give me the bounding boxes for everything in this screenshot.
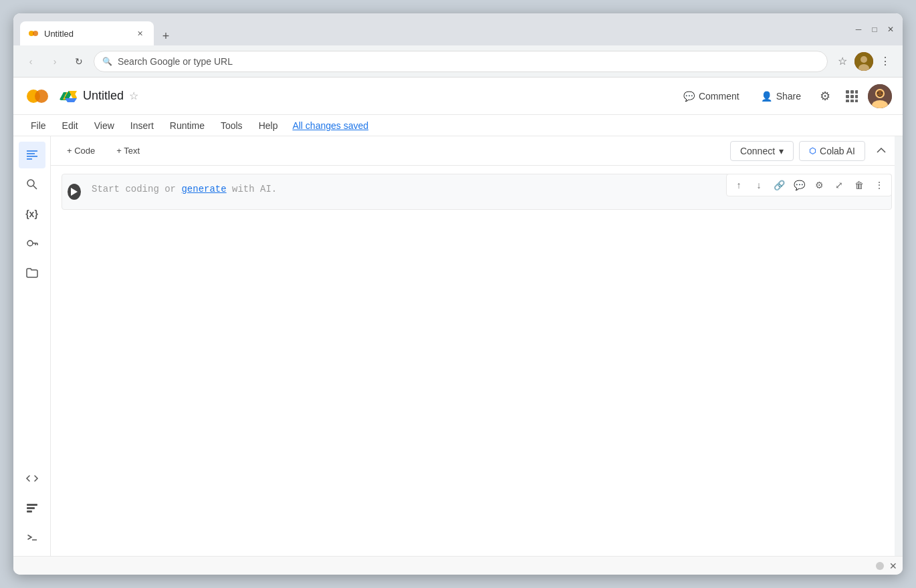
svg-rect-12 xyxy=(850,95,854,98)
sidebar-bottom xyxy=(19,465,45,551)
tab-strip: Untitled ✕ + xyxy=(20,13,849,45)
move-down-button[interactable]: ↓ xyxy=(750,176,768,194)
add-text-button[interactable]: + Text xyxy=(111,143,145,158)
svg-rect-15 xyxy=(850,100,854,102)
sidebar-files-button[interactable] xyxy=(19,259,45,286)
variables-icon: {x} xyxy=(25,208,38,219)
svg-point-27 xyxy=(27,180,34,186)
menu-help[interactable]: Help xyxy=(252,118,285,134)
add-code-button[interactable]: + Code xyxy=(62,143,100,158)
colab-ai-icon: ⬡ xyxy=(809,146,816,156)
close-button[interactable]: ✕ xyxy=(885,24,896,35)
svg-point-22 xyxy=(881,92,883,94)
delete-cell-button[interactable]: 🗑 xyxy=(850,176,869,194)
connect-label: Connect xyxy=(740,146,775,156)
menu-runtime[interactable]: Runtime xyxy=(163,118,211,134)
new-tab-button[interactable]: + xyxy=(156,27,175,45)
search-icon xyxy=(25,178,39,191)
key-icon xyxy=(25,237,39,250)
code-cell-container: ↑ ↓ 🔗 💬 ⚙ ⤢ 🗑 ⋮ xyxy=(51,166,903,218)
doc-title-area: Untitled ☆ xyxy=(59,89,667,103)
colab-logo xyxy=(24,83,51,110)
menu-view[interactable]: View xyxy=(88,118,121,134)
comment-cell-button[interactable]: 💬 xyxy=(790,176,808,194)
svg-rect-11 xyxy=(846,95,849,98)
more-options-button[interactable]: ⋮ xyxy=(870,176,889,194)
code-cell[interactable]: ↑ ↓ 🔗 💬 ⚙ ⤢ 🗑 ⋮ xyxy=(62,174,892,210)
hide-panel-button[interactable] xyxy=(871,140,892,162)
cell-toolbar: + Code + Text Connect ▾ ⬡ Colab AI xyxy=(51,136,903,166)
close-panel-button[interactable]: ✕ xyxy=(889,561,897,571)
command-icon xyxy=(25,501,39,514)
bookmark-button[interactable]: ☆ xyxy=(833,52,852,71)
svg-point-6 xyxy=(35,90,48,103)
colab-ai-button[interactable]: ⬡ Colab AI xyxy=(799,141,865,161)
share-icon: 👤 xyxy=(761,91,772,102)
code-icon xyxy=(25,472,39,485)
sidebar-toc-button[interactable] xyxy=(19,142,45,168)
scrollbar[interactable] xyxy=(895,136,903,556)
svg-rect-33 xyxy=(27,504,37,506)
svg-rect-35 xyxy=(27,510,32,512)
all-changes-saved-link[interactable]: All changes saved xyxy=(292,120,368,131)
address-text: Search Google or type URL xyxy=(118,56,233,67)
menu-file[interactable]: File xyxy=(24,118,53,134)
header-right: 💬 Comment 👤 Share ⚙ xyxy=(675,84,892,108)
cell-settings-button[interactable]: ⚙ xyxy=(810,176,828,194)
chrome-menu-button[interactable]: ⋮ xyxy=(876,52,895,71)
run-cell-button[interactable] xyxy=(62,174,86,209)
minimize-button[interactable]: ─ xyxy=(853,24,864,35)
document-title[interactable]: Untitled xyxy=(83,89,124,103)
menu-tools[interactable]: Tools xyxy=(214,118,249,134)
expand-cell-button[interactable]: ⤢ xyxy=(830,176,848,194)
menu-bar: File Edit View Insert Runtime Tools Help… xyxy=(13,115,903,136)
svg-point-1 xyxy=(33,31,38,36)
sidebar: {x} xyxy=(13,136,51,556)
generate-link[interactable]: generate xyxy=(181,184,226,194)
sidebar-top: {x} xyxy=(19,142,45,286)
bottom-bar: ✕ xyxy=(13,556,903,575)
maximize-button[interactable]: □ xyxy=(869,24,880,35)
sidebar-variables-button[interactable]: {x} xyxy=(19,200,45,227)
user-avatar-header[interactable] xyxy=(868,84,892,108)
sidebar-secrets-button[interactable] xyxy=(19,230,45,257)
menu-edit[interactable]: Edit xyxy=(55,118,85,134)
svg-point-20 xyxy=(877,90,883,97)
comment-icon: 💬 xyxy=(683,91,695,102)
folder-icon xyxy=(25,266,39,279)
tab-close-button[interactable]: ✕ xyxy=(134,27,146,39)
address-bar[interactable]: 🔍 Search Google or type URL xyxy=(94,51,828,72)
run-circle-icon xyxy=(68,184,81,200)
browser-window: Untitled ✕ + ─ □ ✕ ‹ › ↻ 🔍 Search Google… xyxy=(13,13,903,575)
svg-point-3 xyxy=(861,56,867,63)
star-button[interactable]: ☆ xyxy=(129,90,138,102)
svg-rect-10 xyxy=(855,90,858,94)
move-up-button[interactable]: ↑ xyxy=(729,176,748,194)
svg-line-28 xyxy=(33,186,37,189)
svg-rect-9 xyxy=(850,90,854,94)
sidebar-terminal-button[interactable] xyxy=(19,524,45,551)
cell-placeholder-start: Start coding or xyxy=(92,184,181,194)
comment-button[interactable]: 💬 Comment xyxy=(675,87,748,106)
chrome-profile-avatar[interactable] xyxy=(854,52,873,71)
sidebar-command-palette-button[interactable] xyxy=(19,494,45,521)
main-layout: {x} xyxy=(13,136,903,556)
connect-button[interactable]: Connect ▾ xyxy=(730,141,794,161)
status-dot xyxy=(876,562,884,570)
reload-button[interactable]: ↻ xyxy=(70,52,88,71)
sidebar-snippets-button[interactable] xyxy=(19,465,45,492)
grid-icon xyxy=(846,90,858,102)
share-button[interactable]: 👤 Share xyxy=(753,87,809,106)
drive-icon-real xyxy=(64,90,78,103)
connect-chevron-icon: ▾ xyxy=(779,146,784,156)
back-button[interactable]: ‹ xyxy=(21,52,40,71)
forward-button[interactable]: › xyxy=(45,52,64,71)
svg-rect-34 xyxy=(27,507,35,509)
apps-grid-button[interactable] xyxy=(841,86,863,107)
sidebar-search-button[interactable] xyxy=(19,171,45,198)
menu-insert[interactable]: Insert xyxy=(124,118,160,134)
settings-button[interactable]: ⚙ xyxy=(814,86,836,107)
active-tab[interactable]: Untitled ✕ xyxy=(20,21,154,45)
svg-rect-14 xyxy=(846,100,849,102)
link-cell-button[interactable]: 🔗 xyxy=(770,176,788,194)
